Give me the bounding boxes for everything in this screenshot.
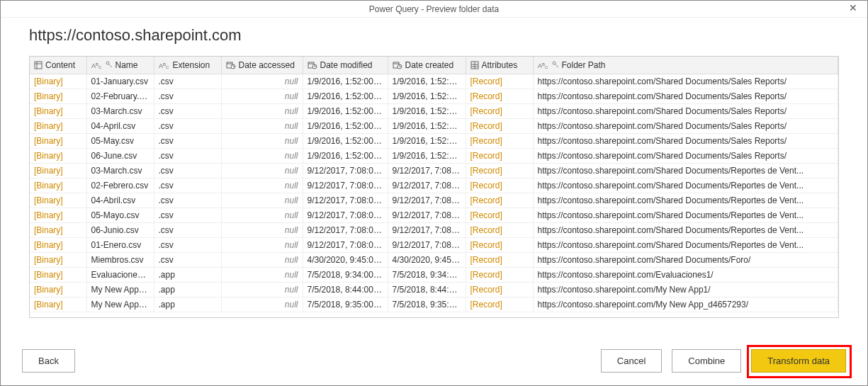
col-header-attributes[interactable]: Attributes: [466, 57, 533, 74]
cell-date-created: 1/9/2016, 1:52:00 PM: [388, 148, 466, 163]
cell-folder-path: https://contoso.sharepoint.com/My New Ap…: [533, 297, 838, 312]
col-header-date-modified[interactable]: Date modified: [303, 57, 388, 74]
cell-folder-path: https://contoso.sharepoint.com/Shared Do…: [533, 103, 838, 118]
transform-data-button[interactable]: Transform data: [751, 349, 846, 373]
table-row[interactable]: [Binary]03-March.csv.csvnull1/9/2016, 1:…: [30, 103, 838, 118]
cell-extension: .app: [154, 297, 221, 312]
cell-date-accessed: null: [221, 133, 303, 148]
table-row[interactable]: [Binary]Miembros.csv.csvnull4/30/2020, 9…: [30, 252, 838, 267]
cell-name: 06-Junio.csv: [86, 222, 154, 237]
cell-name: Miembros.csv: [86, 252, 154, 267]
cell-content[interactable]: [Binary]: [30, 297, 86, 312]
col-header-date-created[interactable]: Date created: [388, 57, 466, 74]
cell-content[interactable]: [Binary]: [30, 193, 86, 208]
table-row[interactable]: [Binary]03-March.csv.csvnull9/12/2017, 7…: [30, 163, 838, 178]
svg-line-34: [555, 64, 558, 67]
cell-content[interactable]: [Binary]: [30, 74, 86, 89]
cell-date-modified: 1/9/2016, 1:52:00 PM: [303, 74, 388, 89]
cell-folder-path: https://contoso.sharepoint.com/Shared Do…: [533, 222, 838, 237]
table-row[interactable]: [Binary]01-January.csv.csvnull1/9/2016, …: [30, 74, 838, 89]
table-row[interactable]: [Binary]06-Junio.csv.csvnull9/12/2017, 7…: [30, 222, 838, 237]
cell-content[interactable]: [Binary]: [30, 178, 86, 193]
cell-attributes[interactable]: [Record]: [466, 118, 533, 133]
cell-extension: .csv: [154, 89, 221, 103]
cell-content[interactable]: [Binary]: [30, 222, 86, 237]
cell-content[interactable]: [Binary]: [30, 118, 86, 133]
cell-date-modified: 1/9/2016, 1:52:00 PM: [303, 118, 388, 133]
svg-text:C: C: [98, 65, 102, 69]
cell-attributes[interactable]: [Record]: [466, 133, 533, 148]
cell-date-created: 1/9/2016, 1:52:00 PM: [388, 74, 466, 89]
cell-content[interactable]: [Binary]: [30, 252, 86, 267]
cell-name: 01-Enero.csv: [86, 237, 154, 252]
cell-attributes[interactable]: [Record]: [466, 193, 533, 208]
cell-date-modified: 1/9/2016, 1:52:00 PM: [303, 103, 388, 118]
cell-extension: .csv: [154, 163, 221, 178]
close-icon[interactable]: ✕: [845, 2, 862, 13]
cell-content[interactable]: [Binary]: [30, 237, 86, 252]
cell-date-modified: 7/5/2018, 9:34:00 AM: [303, 267, 388, 282]
cell-attributes[interactable]: [Record]: [466, 163, 533, 178]
col-header-date-accessed[interactable]: Date accessed: [221, 57, 303, 74]
cell-content[interactable]: [Binary]: [30, 133, 86, 148]
back-button[interactable]: Back: [22, 349, 75, 373]
cell-folder-path: https://contoso.sharepoint.com/My New Ap…: [533, 282, 838, 297]
table-row[interactable]: [Binary]02-Febrero.csv.csvnull9/12/2017,…: [30, 178, 838, 193]
cell-folder-path: https://contoso.sharepoint.com/Shared Do…: [533, 178, 838, 193]
cell-extension: .csv: [154, 252, 221, 267]
cell-extension: .csv: [154, 178, 221, 193]
cell-attributes[interactable]: [Record]: [466, 282, 533, 297]
cell-content[interactable]: [Binary]: [30, 267, 86, 282]
cell-name: My New App.app: [86, 297, 154, 312]
table-row[interactable]: [Binary]05-Mayo.csv.csvnull9/12/2017, 7:…: [30, 208, 838, 222]
cell-content[interactable]: [Binary]: [30, 148, 86, 163]
cancel-button[interactable]: Cancel: [601, 349, 662, 373]
cell-folder-path: https://contoso.sharepoint.com/Shared Do…: [533, 163, 838, 178]
table-row[interactable]: [Binary]My New App.app.appnull7/5/2018, …: [30, 297, 838, 312]
col-header-name[interactable]: ABC Name: [86, 57, 154, 74]
cell-extension: .csv: [154, 208, 221, 222]
cell-attributes[interactable]: [Record]: [466, 89, 533, 103]
col-header-content[interactable]: Content: [30, 57, 86, 74]
cell-date-accessed: null: [221, 178, 303, 193]
cell-content[interactable]: [Binary]: [30, 208, 86, 222]
cell-content[interactable]: [Binary]: [30, 89, 86, 103]
cell-date-modified: 7/5/2018, 9:35:00 AM: [303, 297, 388, 312]
cell-attributes[interactable]: [Record]: [466, 252, 533, 267]
combine-button[interactable]: Combine: [672, 349, 741, 373]
table-row[interactable]: [Binary]05-May.csv.csvnull1/9/2016, 1:52…: [30, 133, 838, 148]
cell-name: 03-March.csv: [86, 103, 154, 118]
col-header-extension[interactable]: ABC Extension: [154, 57, 221, 74]
svg-rect-0: [35, 62, 42, 69]
datetime-icon: [226, 61, 236, 69]
cell-date-modified: 9/12/2017, 7:08:00 AM: [303, 178, 388, 193]
cell-attributes[interactable]: [Record]: [466, 148, 533, 163]
cell-attributes[interactable]: [Record]: [466, 267, 533, 282]
table-row[interactable]: [Binary]02-February.csv.csvnull1/9/2016,…: [30, 89, 838, 103]
cell-attributes[interactable]: [Record]: [466, 103, 533, 118]
cell-content[interactable]: [Binary]: [30, 282, 86, 297]
table-row[interactable]: [Binary]04-Abril.csv.csvnull9/12/2017, 7…: [30, 193, 838, 208]
cell-date-accessed: null: [221, 193, 303, 208]
cell-attributes[interactable]: [Record]: [466, 74, 533, 89]
col-header-folder-path[interactable]: ABC Folder Path: [533, 57, 838, 74]
table-row[interactable]: [Binary]04-April.csv.csvnull1/9/2016, 1:…: [30, 118, 838, 133]
text-icon: ABC: [159, 61, 170, 69]
cell-attributes[interactable]: [Record]: [466, 208, 533, 222]
cell-attributes[interactable]: [Record]: [466, 178, 533, 193]
cell-extension: .csv: [154, 133, 221, 148]
cell-content[interactable]: [Binary]: [30, 103, 86, 118]
table-row[interactable]: [Binary]06-June.csv.csvnull1/9/2016, 1:5…: [30, 148, 838, 163]
cell-content[interactable]: [Binary]: [30, 163, 86, 178]
cell-date-created: 7/5/2018, 9:35:00 AM: [388, 297, 466, 312]
table-row[interactable]: [Binary]Evaluaciones.app.appnull7/5/2018…: [30, 267, 838, 282]
cell-date-created: 1/9/2016, 1:52:00 PM: [388, 103, 466, 118]
cell-attributes[interactable]: [Record]: [466, 222, 533, 237]
cell-extension: .app: [154, 282, 221, 297]
table-row[interactable]: [Binary]My New App.app.appnull7/5/2018, …: [30, 282, 838, 297]
col-label: Content: [45, 60, 75, 70]
cell-attributes[interactable]: [Record]: [466, 237, 533, 252]
cell-folder-path: https://contoso.sharepoint.com/Shared Do…: [533, 193, 838, 208]
cell-attributes[interactable]: [Record]: [466, 297, 533, 312]
table-row[interactable]: [Binary]01-Enero.csv.csvnull9/12/2017, 7…: [30, 237, 838, 252]
